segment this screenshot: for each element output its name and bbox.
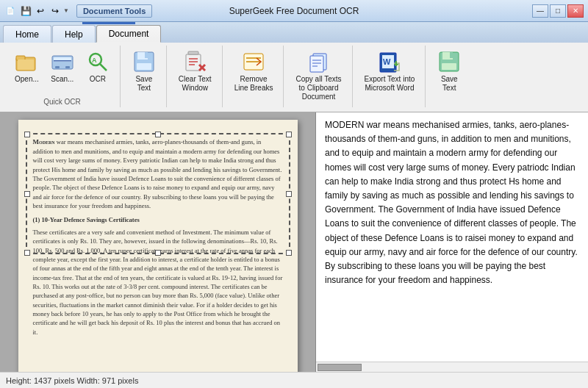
scan-icon (51, 50, 74, 73)
title-bar: 📄 💾 ↩ ↪ ▼ Document Tools SuperGeek Free … (0, 0, 588, 22)
svg-rect-13 (145, 52, 148, 58)
open-label: Open... (15, 75, 39, 84)
ribbon-group-remove: RemoveLine Breaks (224, 46, 284, 107)
handle-br (286, 250, 292, 256)
save-txt-label: SaveText (441, 75, 458, 93)
svg-rect-7 (54, 60, 71, 62)
ribbon-clear-items: Clear TextWindow (174, 47, 216, 104)
doc-selected-text: Modern war means mechanised armies, tank… (33, 134, 283, 210)
save-txt-icon (437, 50, 461, 73)
status-text: Height: 1437 pixels Width: 971 pixels (6, 376, 138, 385)
svg-rect-36 (450, 52, 453, 58)
hscroll-thumb[interactable] (318, 364, 362, 371)
quick-ocr-group-label: Quick OCR (43, 96, 81, 106)
ribbon-tab-bar: Home Help Document (0, 22, 588, 43)
window-controls: — □ ✕ (532, 4, 584, 18)
qa-undo-btn[interactable]: ↩ (34, 4, 47, 18)
quick-access-toolbar: 💾 ↩ ↪ ▼ (19, 4, 69, 18)
svg-line-9 (100, 64, 107, 71)
ribbon-group-copy: Copy all Textsto ClipboardDocument (285, 46, 352, 107)
tab-help[interactable]: Help (52, 25, 96, 43)
svg-rect-26 (310, 56, 323, 72)
handle-tl (24, 132, 30, 137)
minimize-btn[interactable]: — (532, 4, 548, 18)
scan-button[interactable]: Scan... (46, 47, 79, 87)
document-tools-label: Document Tools (76, 4, 152, 18)
svg-text:W: W (383, 57, 391, 66)
ribbon-group-quick-ocr: Open... Scan... (4, 46, 121, 107)
tab-home[interactable]: Home (3, 25, 51, 43)
ribbon-group-savetxt: SaveText (427, 46, 471, 107)
main-content: Modern war means mechanised armies, tank… (0, 112, 588, 372)
copy-all-label: Copy all Textsto ClipboardDocument (295, 75, 341, 101)
scan-label: Scan... (51, 75, 74, 84)
ribbon-savetxt-items: SaveText (433, 47, 465, 104)
svg-rect-16 (188, 51, 198, 54)
qa-dropdown[interactable]: ▼ (63, 7, 69, 14)
maximize-btn[interactable]: □ (550, 4, 566, 18)
title-bar-left: 📄 💾 ↩ ↪ ▼ Document Tools (4, 4, 152, 18)
ribbon-remove-items: RemoveLine Breaks (230, 47, 278, 104)
ocr-icon: A (86, 50, 110, 73)
save-text-button[interactable]: SaveText (128, 47, 160, 96)
handle-tr (286, 132, 292, 137)
handle-bl (24, 250, 30, 256)
ribbon-save-items: SaveText (128, 47, 160, 104)
ocr-text-content: MODERN war means mechanised armies, tank… (316, 112, 588, 362)
ribbon: Open... Scan... (0, 43, 588, 112)
doc-body-text: These certificates are a very safe and c… (33, 228, 283, 337)
svg-rect-6 (65, 66, 70, 68)
copy-all-icon (307, 50, 331, 73)
clear-text-label: Clear TextWindow (179, 75, 212, 93)
remove-breaks-icon (242, 50, 265, 73)
active-tab-indicator (82, 22, 135, 24)
ocr-label: OCR (90, 75, 106, 84)
save-text-label: SaveText (135, 75, 152, 93)
ribbon-copy-items: Copy all Textsto ClipboardDocument (291, 47, 345, 104)
handle-ml (24, 191, 30, 197)
save-txt-button[interactable]: SaveText (433, 47, 465, 96)
document-page: Modern war means mechanised armies, tank… (18, 120, 298, 372)
ocr-button[interactable]: A OCR (82, 47, 114, 87)
open-icon (15, 50, 38, 73)
ribbon-group-save: SaveText (122, 46, 167, 107)
svg-text:A: A (92, 57, 97, 64)
clear-text-button[interactable]: Clear TextWindow (174, 47, 216, 96)
svg-rect-5 (55, 66, 60, 68)
tab-document[interactable]: Document (96, 25, 162, 43)
svg-rect-37 (442, 63, 456, 70)
svg-rect-14 (137, 63, 151, 70)
text-hscrollbar[interactable] (316, 362, 588, 372)
app-icon: 📄 (4, 5, 16, 17)
ribbon-group-export: W Export Text intoMicrosoft Word (354, 46, 426, 107)
ocr-text-panel[interactable]: MODERN war means mechanised armies, tank… (316, 112, 588, 372)
ribbon-group-quick-ocr-items: Open... Scan... (10, 47, 114, 96)
document-panel[interactable]: Modern war means mechanised armies, tank… (0, 112, 316, 372)
open-button[interactable]: Open... (10, 47, 43, 87)
save-text-icon (132, 50, 156, 73)
remove-breaks-button[interactable]: RemoveLine Breaks (230, 47, 278, 96)
export-word-button[interactable]: W Export Text intoMicrosoft Word (360, 47, 420, 96)
window-title: SuperGeek Free Document OCR (229, 6, 359, 16)
svg-rect-2 (18, 60, 34, 70)
ribbon-group-clear: Clear TextWindow (168, 46, 223, 107)
copy-all-button[interactable]: Copy all Textsto ClipboardDocument (291, 47, 345, 104)
export-word-icon: W (378, 50, 401, 73)
handle-mr (286, 191, 292, 197)
status-bar: Height: 1437 pixels Width: 971 pixels (0, 372, 588, 388)
clear-text-icon (183, 50, 207, 73)
close-btn[interactable]: ✕ (567, 4, 584, 18)
export-word-label: Export Text intoMicrosoft Word (365, 75, 415, 93)
doc-section-title: (1) 10-Year Defence Savings Certificates (33, 216, 283, 225)
qa-save-btn[interactable]: 💾 (19, 4, 32, 18)
qa-redo-btn[interactable]: ↪ (49, 4, 62, 18)
svg-rect-15 (186, 54, 201, 71)
remove-breaks-label: RemoveLine Breaks (234, 75, 273, 93)
ribbon-export-items: W Export Text intoMicrosoft Word (360, 47, 420, 104)
